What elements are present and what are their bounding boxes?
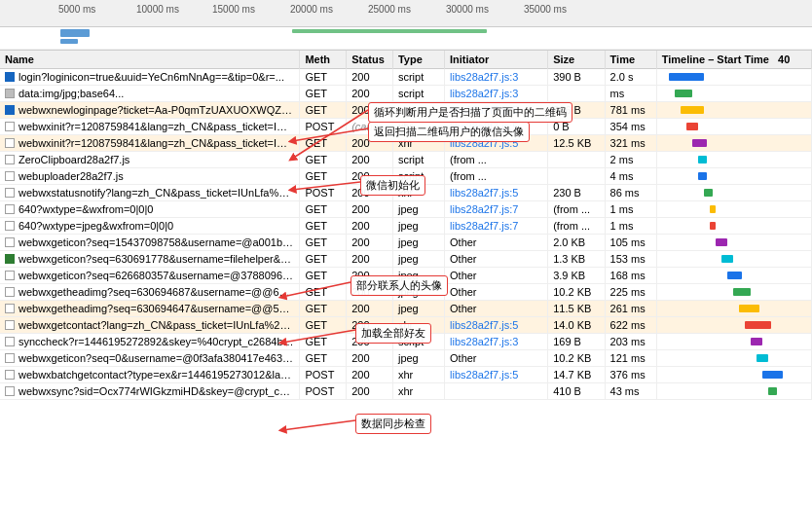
cell-size: (from ... [548, 218, 605, 235]
timeline-bar [681, 106, 704, 114]
table-row[interactable]: webwxsync?sid=Ocx774rWIGkzmiHD&skey=@cry… [0, 383, 812, 400]
table-row[interactable]: webwxgeticon?seq=0&username=@0f3afa38041… [0, 350, 812, 367]
row-name-text: webwxgeticon?seq=15437098758&username=@a… [18, 236, 294, 248]
cell-time: 354 ms [605, 119, 656, 135]
table-row[interactable]: 640?wxtype=&wxfrom=0|0|0GET200jpeglibs28… [0, 201, 812, 218]
timeline-bar [698, 172, 707, 180]
tick-35000: 35000 ms [524, 4, 567, 15]
cell-size: 3.9 KB [548, 268, 605, 284]
cell-type: xhr [392, 119, 444, 135]
table-row[interactable]: ZeroClipboard28a2f7.jsGET200script(from … [0, 152, 812, 168]
cell-size: 11.5 KB [548, 301, 605, 317]
cell-time: 1 ms [605, 218, 656, 235]
table-row[interactable]: webwxinit?r=1208759841&lang=zh_CN&pass_t… [0, 119, 812, 135]
cell-type: jpeg [392, 301, 444, 317]
table-row[interactable]: webwxnewloginpage?ticket=Aa-P0qmTzUAXUOX… [0, 102, 812, 119]
row-type-icon [5, 72, 15, 82]
cell-size: 14.0 KB [548, 317, 605, 334]
timeline-bar [716, 238, 727, 246]
cell-timeline [656, 268, 811, 284]
row-name-text: login?loginicon=true&uuid=YeCn6mNnAg==&t… [18, 71, 294, 83]
cell-size: 10.2 KB [548, 284, 605, 301]
cell-method: GET [300, 69, 347, 86]
cell-size: 169 B [548, 334, 605, 350]
row-type-icon [5, 171, 15, 181]
cell-timeline [656, 284, 811, 301]
initiator-link[interactable]: libs28a2f7.js:7 [450, 203, 518, 215]
table-row[interactable]: login?loginicon=true&uuid=YeCn6mNnAg==&t… [0, 69, 812, 86]
row-name-text: synccheck?r=1446195272892&skey=%40crypt_… [18, 336, 294, 347]
timeline-bar [686, 123, 698, 130]
cell-method: GET [300, 284, 347, 301]
initiator-link[interactable]: libs28a2f7.js:3 [450, 88, 518, 99]
cell-status: 200 [347, 218, 393, 235]
cell-name: webwxinit?r=1208759841&lang=zh_CN&pass_t… [0, 135, 300, 152]
table-row[interactable]: webuploader28a2f7.jsGET200script(from ..… [0, 168, 812, 185]
tick-5000: 5000 ms [58, 4, 95, 15]
cell-type: xhr [392, 135, 444, 152]
initiator-link[interactable]: libs28a2f7.js:5 [450, 319, 518, 331]
timeline-bar [727, 272, 742, 279]
cell-timeline [656, 185, 811, 201]
cell-initiator: libs28a2f7.js:3 [445, 86, 548, 102]
cell-timeline [656, 86, 811, 102]
cell-name: webwxnewloginpage?ticket=Aa-P0qmTzUAXUOX… [0, 102, 300, 119]
initiator-link[interactable]: libs28a2f7.js:5 [450, 187, 518, 199]
cell-time: 622 ms [605, 317, 656, 334]
cell-name: webwxsync?sid=Ocx774rWIGkzmiHD&skey=@cry… [0, 383, 300, 400]
cell-type: jpeg [392, 268, 444, 284]
cell-time: 43 ms [605, 383, 656, 400]
cell-timeline [656, 102, 811, 119]
timeline-header: 5000 ms 10000 ms 15000 ms 20000 ms 25000… [0, 0, 812, 51]
table-row[interactable]: webwxbatchgetcontact?type=ex&r=144619527… [0, 367, 812, 383]
timeline-bar [739, 305, 759, 312]
initiator-link[interactable]: libs28a2f7.js:5 [450, 104, 518, 116]
table-row[interactable]: webwxinit?r=1208759841&lang=zh_CN&pass_t… [0, 135, 812, 152]
initiator-link[interactable]: libs28a2f7.js:5 [450, 137, 518, 149]
cell-name: synccheck?r=1446195272892&skey=%40crypt_… [0, 334, 300, 350]
cell-name: webwxgetcontact?lang=zh_CN&pass_ticket=I… [0, 317, 300, 334]
cell-name: webwxgetheadimg?seq=630694687&username=@… [0, 284, 300, 301]
row-name-text: webwxgeticon?seq=626680357&username=@378… [18, 270, 294, 281]
row-type-icon [5, 370, 15, 380]
table-row[interactable]: webwxstatusnotify?lang=zh_CN&pass_ticket… [0, 185, 812, 201]
initiator-link[interactable]: libs28a2f7.js:3 [450, 71, 518, 83]
initiator-link[interactable]: libs28a2f7.js:5 [450, 369, 518, 381]
network-table: Name Meth Status Type Initiator Size Tim… [0, 51, 812, 400]
row-name-text: ZeroClipboard28a2f7.js [18, 154, 294, 165]
row-name-text: 640?wxtype=&wxfrom=0|0|0 [18, 203, 294, 215]
cell-size [548, 168, 605, 185]
cell-status: 200 [347, 168, 393, 185]
cell-method: GET [300, 317, 347, 334]
cell-initiator [445, 383, 548, 400]
table-row[interactable]: webwxgeticon?seq=630691778&username=file… [0, 251, 812, 268]
cell-name: 640?wxtype=jpeg&wxfrom=0|0|0 [0, 218, 300, 235]
cell-time: ms [605, 86, 656, 102]
initiator-link[interactable]: libs28a2f7.js:7 [450, 220, 518, 232]
cell-initiator: Other [445, 301, 548, 317]
initiator-link[interactable]: libs28a2f7.js:5 [450, 121, 518, 132]
row-name-text: webwxstatusnotify?lang=zh_CN&pass_ticket… [18, 187, 294, 199]
table-row[interactable]: webwxgeticon?seq=626680357&username=@378… [0, 268, 812, 284]
cell-name: webwxgeticon?seq=0&username=@0f3afa38041… [0, 350, 300, 367]
table-row[interactable]: 640?wxtype=jpeg&wxfrom=0|0|0GET200jpegli… [0, 218, 812, 235]
cell-type: jpeg [392, 201, 444, 218]
cell-status: 200 [347, 317, 393, 334]
table-row[interactable]: synccheck?r=1446195272892&skey=%40crypt_… [0, 334, 812, 350]
cell-method: GET [300, 334, 347, 350]
cell-method: GET [300, 102, 347, 119]
row-name-text: webwxgetheadimg?seq=630694647&username=@… [18, 303, 294, 314]
table-row[interactable]: webwxgeticon?seq=15437098758&username=@a… [0, 235, 812, 251]
table-row[interactable]: data:img/jpg;base64...GET200scriptlibs28… [0, 86, 812, 102]
col-header-timeline: Timeline – Start Time 40 [656, 51, 811, 69]
cell-type: jpeg [392, 218, 444, 235]
tick-20000: 20000 ms [290, 4, 333, 15]
table-row[interactable]: webwxgetheadimg?seq=630694687&username=@… [0, 284, 812, 301]
cell-status: 200 [347, 367, 393, 383]
table-row[interactable]: webwxgetcontact?lang=zh_CN&pass_ticket=I… [0, 317, 812, 334]
table-row[interactable]: webwxgetheadimg?seq=630694647&username=@… [0, 301, 812, 317]
initiator-link[interactable]: libs28a2f7.js:3 [450, 336, 518, 347]
cell-initiator: libs28a2f7.js:5 [445, 317, 548, 334]
row-type-icon [5, 287, 15, 297]
cell-name: 640?wxtype=&wxfrom=0|0|0 [0, 201, 300, 218]
